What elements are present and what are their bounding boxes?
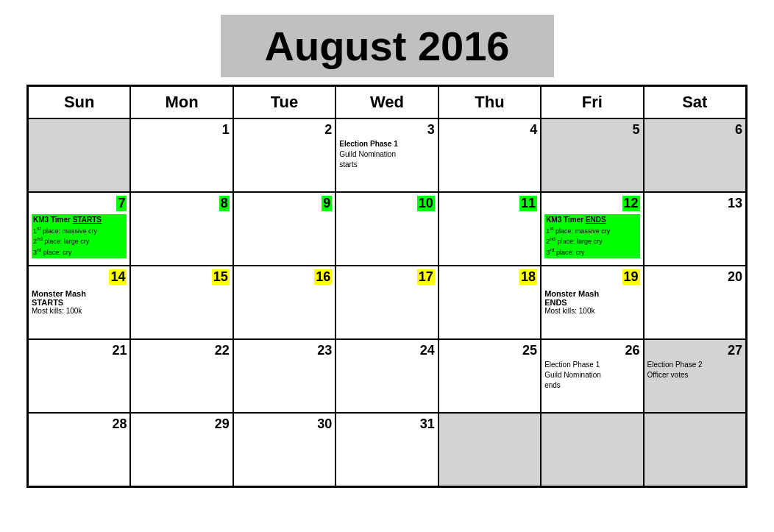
cell-aug-2: 2 (233, 118, 335, 192)
week-row-5: 28 29 30 31 (28, 413, 746, 486)
cell-aug-23: 23 (233, 339, 335, 413)
cell-aug-26: 26 Election Phase 1Guild Nominationends (541, 339, 643, 413)
cell-aug-15: 15 (130, 266, 232, 339)
event-monster-starts: Monster MashSTARTS (32, 289, 127, 307)
event-monster-starts-kills: Most kills: 100k (32, 307, 127, 315)
cell-aug-11: 11 (439, 192, 541, 266)
cell-aug-13: 13 (644, 192, 746, 266)
header-sat: Sat (644, 86, 746, 118)
cell-aug-1: 1 (130, 118, 232, 192)
header-fri: Fri (541, 86, 643, 118)
cell-aug-3: 3 Election Phase 1Guild Nominationstarts (335, 118, 438, 192)
cell-aug-21: 21 (28, 339, 130, 413)
header-mon: Mon (130, 86, 232, 118)
cell-aug-28: 28 (28, 413, 130, 486)
cell-aug-14: 14 Monster MashSTARTS Most kills: 100k (28, 266, 130, 339)
header-thu: Thu (439, 86, 541, 118)
week-row-1: 1 2 3 Election Phase 1Guild Nominationst… (28, 118, 746, 192)
header-wed: Wed (335, 86, 438, 118)
event-km3-ends: KM3 Timer ENDS 1st place: massive cry 2n… (544, 214, 639, 258)
cell-aug-19: 19 Monster MashENDS Most kills: 100k (541, 266, 643, 339)
cell-aug-12: 12 KM3 Timer ENDS 1st place: massive cry… (541, 192, 643, 266)
cell-empty-2 (439, 413, 541, 486)
header-tue: Tue (233, 86, 335, 118)
calendar-header: Sun Mon Tue Wed Thu Fri Sat (28, 86, 746, 118)
cell-aug-16: 16 (233, 266, 335, 339)
cell-aug-9: 9 (233, 192, 335, 266)
event-election-phase1-starts: Election Phase 1Guild Nominationstarts (339, 139, 434, 170)
week-row-3: 14 Monster MashSTARTS Most kills: 100k 1… (28, 266, 746, 339)
cell-aug-10: 10 (335, 192, 438, 266)
week-row-4: 21 22 23 24 25 26 Election Phase 1Guild … (28, 339, 746, 413)
event-election-phase1-ends: Election Phase 1Guild Nominationends (544, 360, 639, 391)
title-section: August 2016 (221, 15, 554, 85)
cell-aug-24: 24 (335, 339, 438, 413)
cell-aug-22: 22 (130, 339, 232, 413)
cell-aug-31: 31 (335, 413, 438, 486)
cell-aug-20: 20 (644, 266, 746, 339)
cell-empty-1 (28, 118, 130, 192)
calendar-wrapper: Sun Mon Tue Wed Thu Fri Sat 1 2 3 Electi… (26, 85, 748, 488)
cell-aug-6: 6 (644, 118, 746, 192)
event-km3-starts: KM3 Timer STARTS 1st place: massive cry … (32, 214, 127, 258)
cell-aug-30: 30 (233, 413, 335, 486)
cell-aug-8: 8 (130, 192, 232, 266)
event-election-phase2: Election Phase 2Officer votes (647, 360, 742, 380)
event-monster-ends-kills: Most kills: 100k (544, 307, 639, 315)
cell-aug-18: 18 (439, 266, 541, 339)
cell-aug-5: 5 (541, 118, 643, 192)
cell-empty-4 (644, 413, 746, 486)
cell-aug-4: 4 (439, 118, 541, 192)
cell-aug-17: 17 (335, 266, 438, 339)
event-monster-ends: Monster MashENDS (544, 289, 639, 307)
page-title: August 2016 (265, 22, 510, 70)
cell-aug-25: 25 (439, 339, 541, 413)
cell-aug-27: 27 Election Phase 2Officer votes (644, 339, 746, 413)
week-row-2: 7 KM3 Timer STARTS 1st place: massive cr… (28, 192, 746, 266)
cell-aug-29: 29 (130, 413, 232, 486)
cell-aug-7: 7 KM3 Timer STARTS 1st place: massive cr… (28, 192, 130, 266)
cell-empty-3 (541, 413, 643, 486)
header-sun: Sun (28, 86, 130, 118)
